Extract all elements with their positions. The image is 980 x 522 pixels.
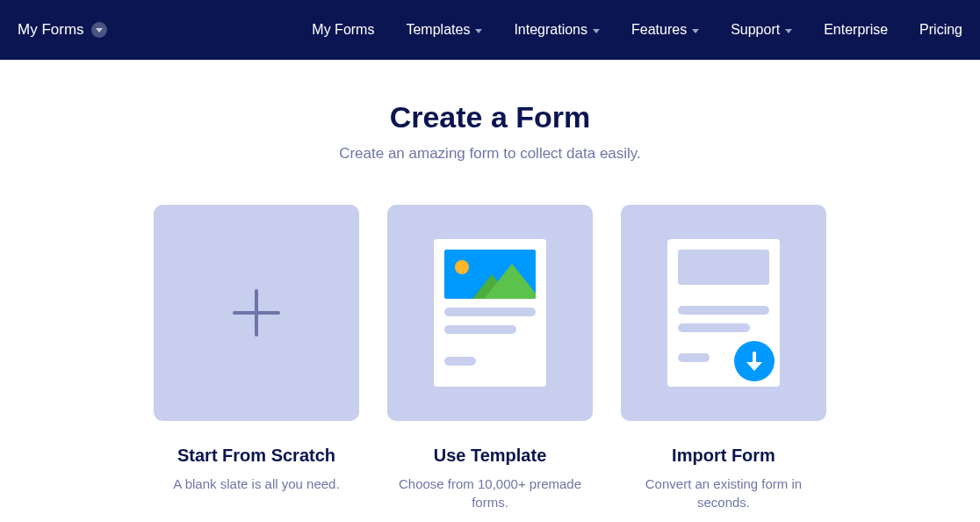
image-placeholder-icon — [444, 250, 536, 299]
download-icon — [734, 341, 775, 381]
card-description: Convert an existing form in seconds. — [621, 475, 826, 511]
nav-label: Features — [631, 22, 687, 38]
card-title: Use Template — [387, 446, 593, 466]
navbar: My Forms My Forms Templates Integrations… — [0, 0, 980, 60]
nav-my-forms-dropdown[interactable]: My Forms — [18, 21, 107, 39]
nav-left-label: My Forms — [18, 21, 84, 39]
page-title: Create a Form — [0, 100, 980, 134]
card-use-template[interactable]: Use Template Choose from 10,000+ premade… — [387, 205, 593, 511]
card-title: Import Form — [621, 446, 826, 466]
page-subtitle: Create an amazing form to collect data e… — [0, 145, 980, 163]
nav-item-enterprise[interactable]: Enterprise — [824, 22, 888, 38]
nav-label: Enterprise — [824, 22, 888, 38]
card-import-form[interactable]: Import Form Convert an existing form in … — [621, 205, 826, 511]
card-title: Start From Scratch — [154, 446, 359, 466]
placeholder-bar — [678, 353, 710, 362]
cards-container: Start From Scratch A blank slate is all … — [0, 205, 980, 511]
nav-item-my-forms[interactable]: My Forms — [312, 22, 374, 38]
template-document-icon — [434, 239, 546, 387]
nav-item-support[interactable]: Support — [731, 22, 792, 38]
mountain-icon — [484, 264, 536, 299]
nav-label: Templates — [406, 22, 470, 38]
sun-icon — [455, 260, 469, 274]
chevron-down-icon — [475, 29, 482, 33]
nav-item-integrations[interactable]: Integrations — [514, 22, 600, 38]
chevron-down-icon — [593, 29, 600, 33]
nav-item-templates[interactable]: Templates — [406, 22, 482, 38]
nav-right: My Forms Templates Integrations Features… — [312, 22, 962, 38]
import-document-icon — [667, 239, 780, 387]
card-description: Choose from 10,000+ premade forms. — [387, 475, 593, 511]
page-content: Create a Form Create an amazing form to … — [0, 60, 980, 511]
card-tile — [621, 205, 826, 421]
placeholder-bar — [444, 357, 476, 366]
nav-label: Pricing — [919, 22, 962, 38]
card-tile — [387, 205, 593, 421]
card-description: A blank slate is all you need. — [154, 475, 359, 493]
chevron-down-icon — [91, 22, 107, 38]
placeholder-bar — [678, 323, 750, 332]
placeholder-rect — [678, 250, 769, 285]
placeholder-bar — [678, 306, 769, 315]
nav-item-features[interactable]: Features — [631, 22, 699, 38]
placeholder-bar — [444, 308, 536, 316]
nav-label: My Forms — [312, 22, 374, 38]
plus-icon — [233, 289, 280, 337]
placeholder-bar — [444, 325, 516, 334]
card-start-from-scratch[interactable]: Start From Scratch A blank slate is all … — [154, 205, 359, 511]
nav-item-pricing[interactable]: Pricing — [919, 22, 962, 38]
card-tile — [154, 205, 359, 421]
chevron-down-icon — [785, 29, 792, 33]
chevron-down-icon — [692, 29, 699, 33]
nav-label: Support — [731, 22, 780, 38]
nav-label: Integrations — [514, 22, 587, 38]
